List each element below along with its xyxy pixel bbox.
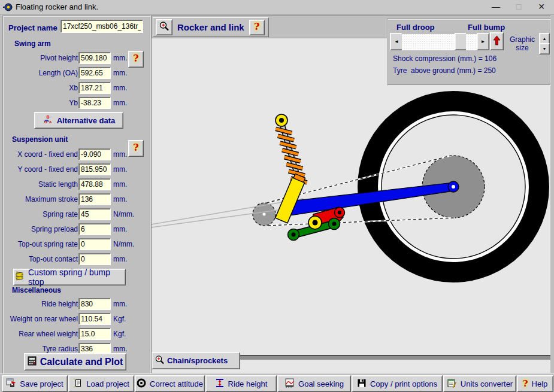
xb-input[interactable] bbox=[78, 82, 111, 94]
svg-text:B: B bbox=[46, 115, 49, 119]
magnifier-icon bbox=[159, 21, 169, 34]
alternative-data-icon: BOA bbox=[43, 115, 53, 126]
field-label: Y coord - fixed end bbox=[17, 165, 78, 174]
spring-icon bbox=[14, 272, 25, 282]
field-label: Maximum stroke bbox=[25, 195, 78, 203]
field-row: Xbmm. bbox=[4, 82, 147, 94]
yb-input[interactable] bbox=[78, 97, 111, 109]
y-coord-input[interactable] bbox=[78, 163, 111, 175]
field-label: Tyre radius bbox=[43, 345, 78, 353]
goal-seeking-button[interactable]: Goal seeking bbox=[277, 375, 351, 392]
alternative-data-button[interactable]: BOA Alternative data bbox=[34, 112, 123, 129]
static-length-input[interactable] bbox=[78, 178, 111, 190]
chain-sprockets-button[interactable]: Chain/sprockets bbox=[152, 352, 240, 369]
field-row: Top-out spring rateN/mm. bbox=[4, 238, 147, 250]
field-unit: N/mm. bbox=[113, 240, 134, 248]
calculator-icon bbox=[28, 356, 37, 368]
field-row: X coord - fixed endmm. bbox=[4, 148, 147, 160]
ride-height-input[interactable] bbox=[78, 298, 111, 310]
load-project-button[interactable]: Load project bbox=[68, 375, 134, 392]
spring-preload-input[interactable] bbox=[78, 223, 111, 235]
max-stroke-input[interactable] bbox=[78, 193, 111, 205]
floppy-icon bbox=[357, 378, 367, 390]
correct-attitude-button[interactable]: Correct attitude bbox=[135, 375, 205, 392]
minimize-button[interactable]: — bbox=[486, 0, 506, 14]
field-unit: Kgf. bbox=[113, 330, 126, 338]
pivot-height-input[interactable] bbox=[78, 52, 111, 64]
field-label: Top-out spring rate bbox=[18, 240, 78, 248]
close-button[interactable]: ✕ bbox=[531, 0, 552, 14]
scrollbar-left-arrow[interactable]: ◄ bbox=[390, 33, 403, 50]
field-unit: mm. bbox=[113, 150, 127, 159]
full-bump-label: Full bump bbox=[468, 23, 505, 32]
project-name-input[interactable] bbox=[60, 20, 143, 33]
rear-wheel-weight-input[interactable] bbox=[78, 328, 111, 340]
field-row: Weight on rear wheelKgf. bbox=[4, 313, 147, 325]
misc-header: Miscellaneous bbox=[12, 286, 61, 294]
rocker-link-title: Rocker and link bbox=[177, 22, 244, 32]
field-unit: mm. bbox=[113, 69, 127, 77]
field-label: Spring rate bbox=[43, 210, 78, 218]
field-label: Pivot height bbox=[40, 54, 78, 62]
field-unit: mm. bbox=[113, 300, 127, 308]
jump-to-bump-button[interactable] bbox=[490, 32, 504, 50]
field-label: Static length bbox=[38, 180, 78, 189]
magnifier-icon bbox=[155, 355, 165, 367]
scrollbar-thumb[interactable] bbox=[455, 33, 467, 50]
field-row: Ybmm. bbox=[4, 97, 147, 109]
help-button[interactable]: ? Help bbox=[517, 375, 553, 392]
x-coord-input[interactable] bbox=[78, 148, 111, 160]
ride-height-label: Ride height bbox=[228, 379, 268, 388]
save-icon bbox=[6, 378, 16, 390]
field-row: Top-out contactmm. bbox=[4, 253, 147, 265]
suspension-drawing bbox=[152, 38, 550, 373]
rocker-link-help-button[interactable]: ? bbox=[249, 20, 265, 35]
topout-rate-input[interactable] bbox=[78, 238, 111, 250]
copy-print-options-label: Copy / print options bbox=[370, 379, 437, 388]
save-project-button[interactable]: Save project bbox=[2, 375, 68, 392]
zoom-view-button[interactable] bbox=[156, 19, 172, 35]
field-label: Length (OA) bbox=[39, 69, 78, 77]
graphic-size-label: Graphicsize bbox=[505, 35, 539, 52]
field-row: Maximum strokemm. bbox=[4, 193, 147, 205]
help-icon: ? bbox=[523, 378, 528, 389]
svg-text:A: A bbox=[49, 120, 52, 124]
scrollbar-track[interactable] bbox=[466, 33, 477, 50]
scrollbar-track[interactable] bbox=[402, 33, 455, 50]
topout-contact-input[interactable] bbox=[78, 253, 111, 265]
parameters-panel: Project name Swing arm Pivot heightmm. L… bbox=[2, 16, 151, 375]
title-bar: Floating rocker and link. — □ ✕ bbox=[0, 0, 554, 15]
spring-rate-input[interactable] bbox=[78, 208, 111, 220]
field-unit: mm. bbox=[113, 165, 127, 174]
field-unit: mm. bbox=[113, 345, 127, 353]
field-row: Length (OA)mm. bbox=[4, 67, 147, 79]
units-converter-button[interactable]: Units converter bbox=[443, 375, 516, 392]
ride-height-button[interactable]: Ride height bbox=[205, 375, 277, 392]
field-row: Ride heightmm. bbox=[4, 298, 147, 310]
rear-wheel-load-input[interactable] bbox=[78, 313, 111, 325]
graphic-size-down-button[interactable]: ▼ bbox=[539, 43, 550, 54]
rocker-link-toolbar: Rocker and link ? bbox=[153, 17, 269, 37]
calculate-plot-button[interactable]: Calculate and Plot bbox=[24, 353, 126, 370]
bottom-toolbar: Save project Load project Correct attitu… bbox=[0, 373, 554, 392]
field-row: Spring preloadmm. bbox=[4, 223, 147, 235]
custom-spring-button[interactable]: Custom spring / bump stop bbox=[13, 269, 126, 285]
graphic-panel: Rocker and link ? bbox=[151, 16, 550, 373]
scrollbar-right-arrow[interactable]: ► bbox=[477, 33, 489, 50]
help-label: Help bbox=[532, 379, 548, 388]
chain-sprockets-label: Chain/sprockets bbox=[167, 356, 228, 365]
app-window: Floating rocker and link. — □ ✕ Project … bbox=[0, 0, 554, 392]
length-oa-input[interactable] bbox=[78, 67, 111, 79]
suspension-help-button[interactable]: ? bbox=[128, 140, 144, 157]
target-icon bbox=[137, 378, 146, 390]
copy-print-options-button[interactable]: Copy / print options bbox=[352, 375, 443, 392]
swingarm-help-button[interactable]: ? bbox=[128, 51, 144, 68]
field-row: Pivot heightmm. bbox=[4, 52, 147, 64]
load-icon bbox=[73, 378, 83, 390]
field-row: Spring rateN/mm. bbox=[4, 208, 147, 220]
calculate-plot-label: Calculate and Plot bbox=[40, 357, 123, 367]
project-name-label: Project name bbox=[8, 23, 57, 32]
maximize-button[interactable]: □ bbox=[508, 0, 529, 14]
ground-line bbox=[235, 355, 550, 360]
correct-attitude-label: Correct attitude bbox=[150, 379, 203, 388]
